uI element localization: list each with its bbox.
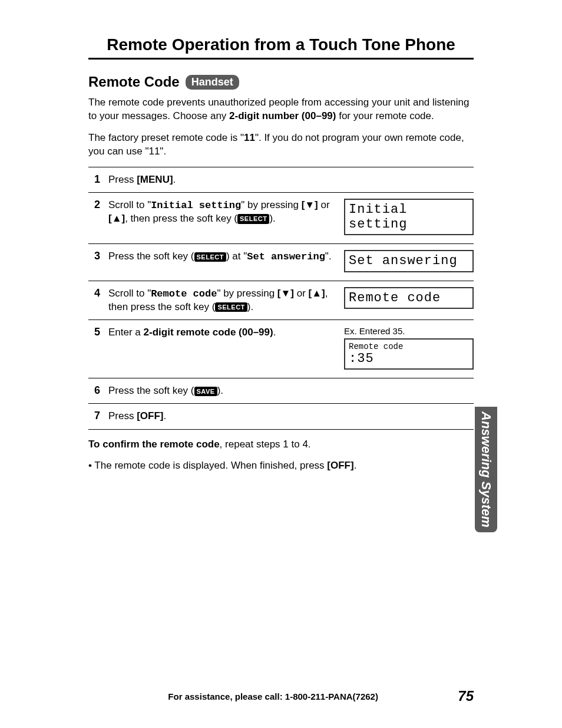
intro-bold: 2-digit number (00–99)	[229, 110, 336, 121]
select-softkey: SELECT	[194, 252, 226, 262]
intro-paragraph-1: The remote code prevents unauthorized pe…	[88, 96, 474, 123]
select-softkey: SELECT	[215, 302, 247, 312]
step-3: 3 Press the soft key (SELECT) at "Set an…	[88, 244, 474, 281]
step-number: 4	[94, 287, 108, 314]
lcd-display: Set answering	[344, 250, 474, 272]
bullet-note: • The remote code is displayed. When fin…	[88, 459, 474, 473]
intro-text: The factory preset remote code is "	[88, 132, 244, 143]
step-5: 5 Enter a 2-digit remote code (00–99). E…	[88, 320, 474, 378]
save-softkey: SAVE	[194, 387, 217, 396]
select-softkey: SELECT	[237, 214, 269, 223]
section-header: Remote Code Handset	[88, 74, 474, 90]
step-text: Press the soft key (SAVE).	[108, 384, 474, 397]
step-4: 4 Scroll to "Remote code" by pressing [▼…	[88, 281, 474, 320]
step-number: 6	[94, 384, 108, 397]
step-number: 5	[94, 326, 108, 372]
step-text: Press [OFF].	[108, 410, 474, 423]
page-number: 75	[458, 688, 474, 704]
intro-text: for your remote code.	[336, 110, 434, 121]
step-7: 7 Press [OFF].	[88, 404, 474, 429]
step-text: Press the soft key (SELECT) at "Set answ…	[108, 250, 344, 274]
manual-page: Remote Operation from a Touch Tone Phone…	[0, 0, 562, 728]
step-text: Enter a 2-digit remote code (00–99).	[108, 326, 344, 372]
assistance-line: For assistance, please call: 1-800-211-P…	[88, 691, 458, 701]
step-1: 1 Press [MENU].	[88, 167, 474, 193]
step-2: 2 Scroll to "Initial setting" by pressin…	[88, 193, 474, 245]
step-number: 1	[94, 173, 108, 186]
intro-bold: 11	[244, 132, 255, 143]
lcd-column: Initial setting	[344, 199, 474, 238]
lcd-display: Remote code :35	[344, 338, 474, 370]
handset-badge: Handset	[186, 75, 239, 90]
page-footer: For assistance, please call: 1-800-211-P…	[88, 688, 474, 704]
example-label: Ex. Entered 35.	[344, 326, 474, 336]
step-number: 2	[94, 199, 108, 238]
step-number: 7	[94, 410, 108, 423]
step-6: 6 Press the soft key (SAVE).	[88, 378, 474, 404]
section-title: Remote Code	[88, 74, 180, 90]
step-text: Press [MENU].	[108, 173, 474, 186]
step-text: Scroll to "Initial setting" by pressing …	[108, 199, 344, 238]
step-text: Scroll to "Remote code" by pressing [▼] …	[108, 287, 344, 314]
confirm-note: To confirm the remote code, repeat steps…	[88, 438, 474, 452]
lcd-column: Ex. Entered 35. Remote code :35	[344, 326, 474, 372]
section-tab: Answering System	[475, 407, 497, 532]
lcd-display: Initial setting	[344, 199, 474, 236]
steps-list: 1 Press [MENU]. 2 Scroll to "Initial set…	[88, 167, 474, 430]
lcd-display: Remote code	[344, 287, 474, 309]
step-number: 3	[94, 250, 108, 274]
lcd-column: Remote code	[344, 287, 474, 314]
intro-paragraph-2: The factory preset remote code is "11". …	[88, 131, 474, 159]
lcd-column: Set answering	[344, 250, 474, 274]
page-title: Remote Operation from a Touch Tone Phone	[88, 35, 474, 60]
